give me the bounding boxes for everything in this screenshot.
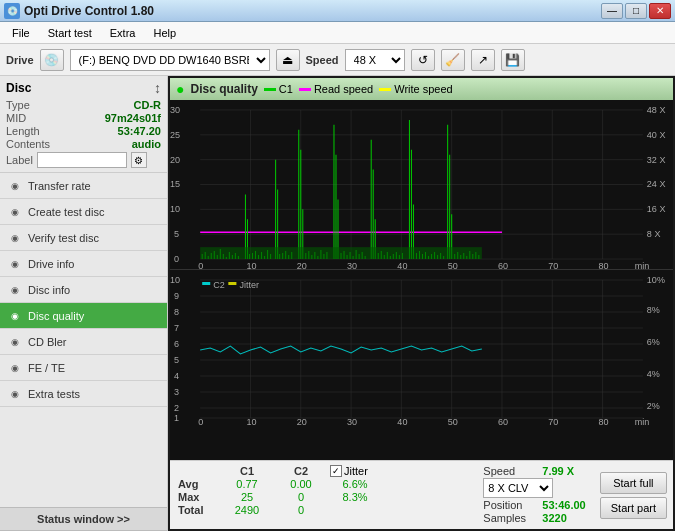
stats-jitter-label: Jitter: [344, 465, 368, 477]
svg-text:50: 50: [448, 261, 458, 269]
drive-label: Drive: [6, 54, 34, 66]
svg-text:15: 15: [170, 180, 180, 190]
svg-text:10: 10: [246, 261, 256, 269]
nav-create-test-disc[interactable]: ◉ Create test disc: [0, 199, 167, 225]
start-part-button[interactable]: Start part: [600, 497, 667, 519]
svg-text:5: 5: [174, 355, 179, 365]
disc-label-input[interactable]: [37, 152, 127, 168]
start-full-button[interactable]: Start full: [600, 472, 667, 494]
svg-text:min: min: [635, 261, 650, 269]
svg-text:0: 0: [198, 417, 203, 425]
chart-c2: 10 9 8 7 6 5 4 3 2 1 10% 8% 6% 4% 2%: [170, 270, 673, 425]
svg-text:40: 40: [397, 417, 407, 425]
stats-avg-row: Avg 0.77 0.00 6.6%: [178, 478, 467, 490]
svg-text:48 X: 48 X: [647, 105, 666, 115]
svg-text:16 X: 16 X: [647, 204, 666, 214]
chart-header: ● Disc quality C1 Read speed Write speed: [170, 78, 673, 100]
svg-text:7: 7: [174, 323, 179, 333]
nav-transfer-rate[interactable]: ◉ Transfer rate: [0, 173, 167, 199]
menu-help[interactable]: Help: [145, 25, 184, 41]
nav-icon-disc-quality: ◉: [8, 309, 22, 323]
svg-text:6%: 6%: [647, 337, 660, 347]
svg-rect-176: [228, 282, 236, 285]
eraser-icon[interactable]: 🧹: [441, 49, 465, 71]
svg-text:8: 8: [174, 307, 179, 317]
svg-text:3: 3: [174, 387, 179, 397]
disc-length-label: Length: [6, 125, 40, 137]
share-icon[interactable]: ↗: [471, 49, 495, 71]
stats-max-c1: 25: [222, 491, 272, 503]
menu-file[interactable]: File: [4, 25, 38, 41]
action-buttons: Start full Start part: [594, 461, 673, 529]
svg-text:24 X: 24 X: [647, 180, 666, 190]
disc-label-row: Label ⚙: [6, 152, 161, 168]
title-bar: 💿 Opti Drive Control 1.80 — □ ✕: [0, 0, 675, 22]
svg-text:40: 40: [397, 261, 407, 269]
speed-value: 7.99 X: [542, 465, 574, 477]
svg-text:30: 30: [170, 105, 180, 115]
nav-fe-te[interactable]: ◉ FE / TE: [0, 355, 167, 381]
stats-avg-jitter: 6.6%: [330, 478, 380, 490]
maximize-button[interactable]: □: [625, 3, 647, 19]
svg-text:9: 9: [174, 291, 179, 301]
nav-list: ◉ Transfer rate ◉ Create test disc ◉ Ver…: [0, 173, 167, 407]
toolbar: Drive 💿 (F:) BENQ DVD DD DW1640 BSRB ⏏ S…: [0, 44, 675, 76]
position-value: 53:46.00: [542, 499, 585, 511]
svg-text:50: 50: [448, 417, 458, 425]
minimize-button[interactable]: —: [601, 3, 623, 19]
svg-text:70: 70: [548, 417, 558, 425]
nav-label-disc-quality: Disc quality: [28, 310, 84, 322]
chart-c2-svg: 10 9 8 7 6 5 4 3 2 1 10% 8% 6% 4% 2%: [170, 270, 673, 425]
svg-text:10: 10: [246, 417, 256, 425]
svg-text:20: 20: [297, 417, 307, 425]
disc-length-value: 53:47.20: [118, 125, 161, 137]
nav-disc-quality[interactable]: ◉ Disc quality: [0, 303, 167, 329]
svg-text:0: 0: [174, 254, 179, 264]
disc-contents-value: audio: [132, 138, 161, 150]
stats-c2-header: C2: [276, 465, 326, 477]
nav-label-create-test: Create test disc: [28, 206, 104, 218]
stats-total-label: Total: [178, 504, 218, 516]
disc-toggle-icon[interactable]: ↕: [154, 80, 161, 96]
nav-drive-info[interactable]: ◉ Drive info: [0, 251, 167, 277]
refresh-icon[interactable]: ↺: [411, 49, 435, 71]
status-window-button[interactable]: Status window >>: [0, 507, 167, 531]
menu-start-test[interactable]: Start test: [40, 25, 100, 41]
jitter-checkbox[interactable]: ✓: [330, 465, 342, 477]
main-layout: Disc ↕ Type CD-R MID 97m24s01f Length 53…: [0, 76, 675, 531]
svg-text:10: 10: [170, 275, 180, 285]
speed-select[interactable]: 48 X: [345, 49, 405, 71]
save-icon[interactable]: 💾: [501, 49, 525, 71]
eject-icon[interactable]: ⏏: [276, 49, 300, 71]
svg-text:80: 80: [599, 417, 609, 425]
legend-c1: C1: [264, 83, 293, 95]
nav-icon-verify: ◉: [8, 231, 22, 245]
menu-extra[interactable]: Extra: [102, 25, 144, 41]
disc-mid-label: MID: [6, 112, 26, 124]
nav-verify-test-disc[interactable]: ◉ Verify test disc: [0, 225, 167, 251]
nav-icon-drive-info: ◉: [8, 257, 22, 271]
nav-icon-cd-bler: ◉: [8, 335, 22, 349]
svg-text:20: 20: [170, 155, 180, 165]
title-bar-controls: — □ ✕: [601, 3, 671, 19]
left-panel: Disc ↕ Type CD-R MID 97m24s01f Length 53…: [0, 76, 168, 531]
svg-text:min: min: [635, 417, 650, 425]
svg-text:5: 5: [174, 229, 179, 239]
stats-max-row: Max 25 0 8.3%: [178, 491, 467, 503]
drive-select[interactable]: (F:) BENQ DVD DD DW1640 BSRB: [70, 49, 270, 71]
disc-label-label: Label: [6, 154, 33, 166]
close-button[interactable]: ✕: [649, 3, 671, 19]
svg-rect-174: [202, 282, 210, 285]
svg-text:10%: 10%: [647, 275, 665, 285]
title-bar-left: 💿 Opti Drive Control 1.80: [4, 3, 154, 19]
nav-disc-info[interactable]: ◉ Disc info: [0, 277, 167, 303]
stats-avg-c2: 0.00: [276, 478, 326, 490]
nav-extra-tests[interactable]: ◉ Extra tests: [0, 381, 167, 407]
clv-select[interactable]: 8 X CLV: [483, 478, 553, 498]
disc-title: Disc: [6, 81, 31, 95]
svg-text:32 X: 32 X: [647, 155, 666, 165]
chart-c1-svg: 30 25 20 15 10 5 0 48 X 40 X 32 X 24 X 1…: [170, 100, 673, 269]
disc-label-settings-icon[interactable]: ⚙: [131, 152, 147, 168]
nav-cd-bler[interactable]: ◉ CD Bler: [0, 329, 167, 355]
nav-label-cd-bler: CD Bler: [28, 336, 67, 348]
